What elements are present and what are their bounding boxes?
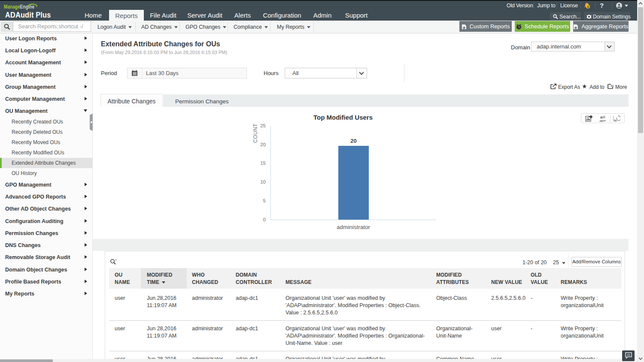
svg-text:0: 0 [587, 5, 589, 9]
